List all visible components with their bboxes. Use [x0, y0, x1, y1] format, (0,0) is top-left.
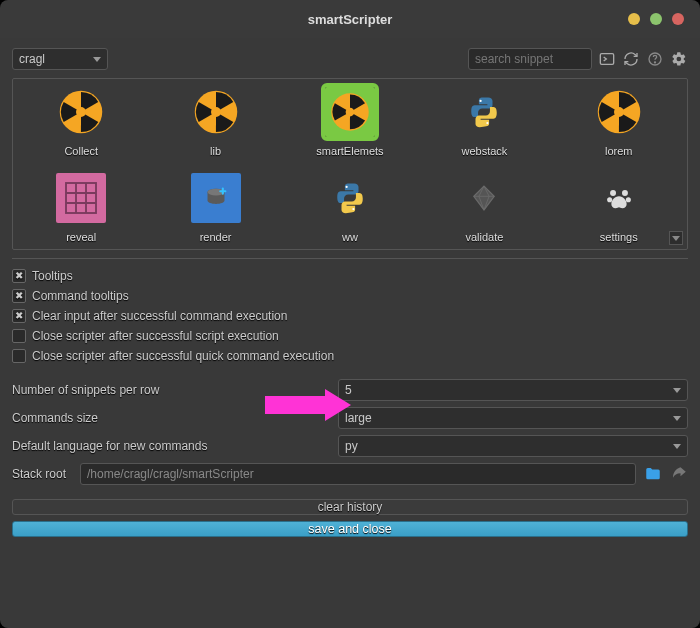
snippet-reveal[interactable]: reveal [19, 173, 143, 243]
python-icon [325, 173, 375, 223]
stack-root-row: Stack root /home/cragl/cragl/smartScript… [12, 463, 688, 485]
default-language-row: Default language for new commands py [12, 435, 688, 457]
svg-point-2 [654, 62, 655, 63]
chevron-down-icon [93, 57, 101, 62]
nuke-icon [191, 87, 241, 137]
checkbox-label: Close scripter after successful quick co… [32, 349, 334, 363]
checkbox-row: Close scripter after successful script e… [12, 329, 688, 343]
form-label: Number of snippets per row [12, 383, 330, 397]
commands-size-row: Commands size large [12, 407, 688, 429]
checkbox-label: Clear input after successful command exe… [32, 309, 287, 323]
run-icon[interactable] [598, 50, 616, 68]
form-label: Commands size [12, 411, 330, 425]
window-title: smartScripter [308, 12, 393, 27]
snippet-settings[interactable]: settings [557, 173, 681, 243]
snippet-label: Collect [64, 145, 98, 157]
snippet-label: validate [465, 231, 503, 243]
grid-icon [56, 173, 106, 223]
snippet-validate[interactable]: validate [422, 173, 546, 243]
svg-point-9 [480, 100, 482, 102]
snippet-label: reveal [66, 231, 96, 243]
svg-rect-13 [66, 183, 96, 213]
close-on-script-checkbox[interactable] [12, 329, 26, 343]
snippet-webstack[interactable]: webstack [422, 87, 546, 157]
tooltips-checkbox[interactable] [12, 269, 26, 283]
window: smartScripter cragl [0, 0, 700, 628]
paw-icon [594, 173, 644, 223]
save-and-close-button[interactable]: save and close [12, 521, 688, 537]
stack-root-input[interactable]: /home/cragl/cragl/smartScripter [80, 463, 636, 485]
snippet-smartelements[interactable]: smartElemets [288, 87, 412, 157]
snippet-lorem[interactable]: lorem [557, 87, 681, 157]
commands-size-dropdown[interactable]: large [338, 407, 688, 429]
nuke-icon [56, 87, 106, 137]
svg-point-22 [345, 186, 347, 188]
window-body: cragl [0, 38, 700, 628]
snippet-ww[interactable]: ww [288, 173, 412, 243]
chevron-down-icon [673, 416, 681, 421]
titlebar: smartScripter [0, 0, 700, 38]
snippet-label: settings [600, 231, 638, 243]
close-button[interactable] [672, 13, 684, 25]
maximize-button[interactable] [650, 13, 662, 25]
scroll-down-button[interactable] [669, 231, 683, 245]
snippets-per-row-row: Number of snippets per row 5 [12, 379, 688, 401]
browse-folder-button[interactable] [644, 465, 662, 483]
checkbox-row: Tooltips [12, 269, 688, 283]
svg-point-23 [352, 208, 354, 210]
stack-root-value: /home/cragl/cragl/smartScripter [87, 467, 254, 481]
checkbox-row: Close scripter after successful quick co… [12, 349, 688, 363]
diamond-icon [459, 173, 509, 223]
clear-history-button[interactable]: clear history [12, 499, 688, 515]
settings-icon[interactable] [670, 50, 688, 68]
minimize-button[interactable] [628, 13, 640, 25]
svg-point-10 [487, 122, 489, 124]
svg-point-12 [614, 107, 624, 117]
snippets-grid: Collect lib smartElemets [19, 87, 681, 243]
dropdown-value: py [345, 439, 358, 453]
window-controls [628, 13, 684, 25]
snippet-label: lib [210, 145, 221, 157]
checkbox-label: Close scripter after successful script e… [32, 329, 279, 343]
refresh-icon[interactable] [622, 50, 640, 68]
snippet-label: render [200, 231, 232, 243]
checkbox-label: Command tooltips [32, 289, 129, 303]
toolbar: cragl [12, 48, 688, 70]
snippet-label: smartElemets [316, 145, 383, 157]
snippets-per-row-dropdown[interactable]: 5 [338, 379, 688, 401]
search-input[interactable] [468, 48, 592, 70]
button-label: save and close [308, 522, 391, 536]
checkbox-label: Tooltips [32, 269, 73, 283]
category-dropdown[interactable]: cragl [12, 48, 108, 70]
database-add-icon [191, 173, 241, 223]
nuke-icon [325, 87, 375, 137]
snippet-render[interactable]: render [153, 173, 277, 243]
dropdown-value: large [345, 411, 372, 425]
snippet-collect[interactable]: Collect [19, 87, 143, 157]
open-external-button[interactable] [670, 465, 688, 483]
snippets-panel: Collect lib smartElemets [12, 78, 688, 250]
help-icon[interactable] [646, 50, 664, 68]
chevron-down-icon [673, 388, 681, 393]
close-on-quick-checkbox[interactable] [12, 349, 26, 363]
svg-point-25 [622, 190, 628, 196]
svg-point-8 [346, 108, 355, 117]
chevron-down-icon [673, 444, 681, 449]
nuke-icon [594, 87, 644, 137]
clear-input-checkbox[interactable] [12, 309, 26, 323]
command-tooltips-checkbox[interactable] [12, 289, 26, 303]
svg-point-24 [610, 190, 616, 196]
snippet-label: ww [342, 231, 358, 243]
svg-point-26 [607, 197, 612, 202]
default-language-dropdown[interactable]: py [338, 435, 688, 457]
checkbox-row: Command tooltips [12, 289, 688, 303]
snippet-label: webstack [461, 145, 507, 157]
snippet-lib[interactable]: lib [153, 87, 277, 157]
svg-point-27 [626, 197, 631, 202]
svg-point-6 [211, 107, 221, 117]
settings-panel: Tooltips Command tooltips Clear input af… [12, 258, 688, 537]
svg-point-4 [76, 107, 86, 117]
category-value: cragl [19, 52, 45, 66]
button-label: clear history [318, 500, 383, 514]
python-icon [459, 87, 509, 137]
